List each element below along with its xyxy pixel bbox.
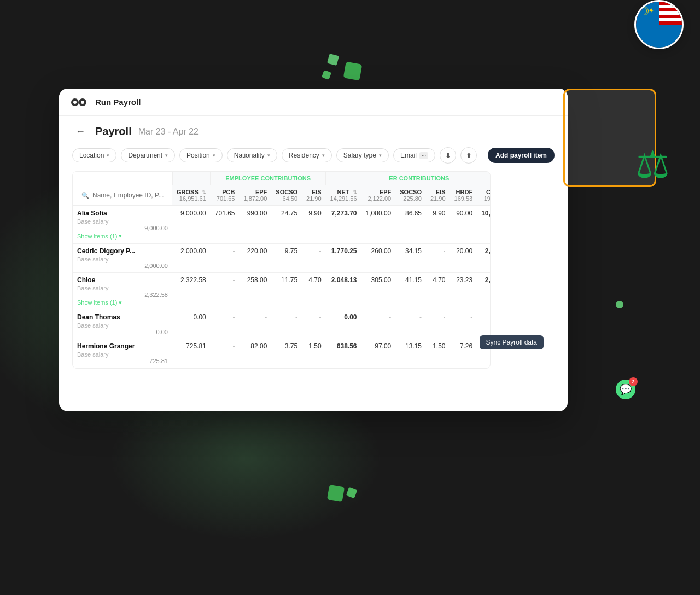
show-items-link[interactable]: Show items (1) ▾: [77, 232, 122, 240]
socso-cell: -: [271, 310, 302, 339]
chevron-down-icon: ▾: [119, 232, 122, 240]
eis-cell: 4.70: [302, 272, 326, 310]
decorative-dot-right: [616, 301, 623, 308]
base-salary-label: Base salary: [77, 285, 168, 291]
gross-total: 16,951.61: [177, 195, 206, 202]
net-cell: 1,770.25: [326, 243, 361, 272]
location-filter[interactable]: Location ▾: [72, 148, 116, 162]
pcb-cell: -: [211, 243, 240, 272]
page-title: Payroll: [95, 125, 132, 138]
table-row: Chloe Base salary 2,322.58 Show items (1…: [73, 272, 491, 310]
salary-type-filter-label: Salary type: [343, 151, 376, 159]
employee-name: Chloe: [77, 276, 168, 284]
epf-er-cell: 305.00: [361, 272, 396, 310]
gross-col-header: [172, 172, 211, 185]
employee-cell: Alia Sofia Base salary 9,000.00 Show ite…: [73, 206, 172, 243]
employee-col-header: [73, 172, 172, 185]
chevron-down-icon: ▾: [107, 153, 109, 158]
base-salary-label: Base salary: [77, 256, 168, 262]
eis-er-cell: -: [426, 310, 450, 339]
gross-cell: 0.00: [172, 310, 211, 339]
gross-header: GROSS ⇅ 16,951.61: [172, 185, 211, 206]
chevron-down-icon: ▾: [379, 153, 382, 158]
employee-contributions-header: EMPLOYEE CONTRIBUTIONS: [211, 172, 326, 185]
chevron-down-icon: ▾: [213, 153, 215, 158]
socso-total: 64.50: [276, 195, 298, 202]
justice-scale-icon: ⚖: [635, 142, 670, 187]
gross-cell: 2,000.00: [172, 243, 211, 272]
employee-name: Alia Sofia: [77, 209, 168, 217]
residency-filter[interactable]: Residency ▾: [282, 148, 332, 162]
gross-cell: 9,000.00: [172, 206, 211, 243]
chevron-down-icon: ▾: [165, 153, 168, 158]
socso-cell: 3.75: [271, 339, 302, 368]
net-total: 14,291.56: [330, 195, 357, 202]
cost-cell: 0.00: [477, 310, 490, 339]
search-icon: 🔍: [81, 192, 89, 199]
pcb-total: 701.65: [215, 195, 235, 202]
hrdf-cell: 7.26: [450, 339, 477, 368]
epf-er-cell: 97.00: [361, 339, 396, 368]
cost-cell: 2,314.15: [477, 243, 490, 272]
email-filter-label: Email: [400, 151, 417, 159]
base-salary-value: 0.00: [77, 329, 168, 335]
chevron-down-icon: ▾: [267, 153, 270, 158]
eis-cell: 1.50: [302, 339, 326, 368]
eis-er-cell: 4.70: [426, 272, 450, 310]
eis-total: 21.90: [306, 195, 322, 202]
gross-cell: 2,322.58: [172, 272, 211, 310]
eis-er-cell: 1.50: [426, 339, 450, 368]
base-salary-value: 9,000.00: [77, 225, 168, 231]
location-filter-label: Location: [79, 151, 104, 159]
sync-payroll-tooltip[interactable]: Sync Payroll data: [480, 335, 544, 349]
base-salary-value: 725.81: [77, 358, 168, 364]
employee-name: Dean Thomas: [77, 313, 168, 321]
app-logo: [70, 96, 88, 108]
socso-er-cell: 41.15: [395, 272, 426, 310]
residency-filter-label: Residency: [289, 151, 319, 159]
epf-cell: 82.00: [240, 339, 272, 368]
department-filter[interactable]: Department ▾: [121, 148, 175, 162]
eis-cell: -: [302, 243, 326, 272]
nationality-filter[interactable]: Nationality ▾: [227, 148, 277, 162]
search-cell[interactable]: 🔍: [73, 185, 172, 206]
back-button[interactable]: ←: [72, 125, 89, 138]
position-filter[interactable]: Position ▾: [179, 148, 223, 162]
employee-search-input[interactable]: [92, 191, 164, 199]
chat-button[interactable]: 💬 2: [616, 380, 635, 399]
filter-bar: Location ▾ Department ▾ Position ▾ Natio…: [72, 147, 555, 164]
table-row: Dean Thomas Base salary 0.00 0.00 - - - …: [73, 310, 491, 339]
hrdf-total: 169.53: [454, 195, 473, 202]
eis-er-header: EIS 21.90: [426, 185, 450, 206]
top-bar-title: Run Payroll: [95, 97, 141, 107]
pcb-cell: 701.65: [211, 206, 240, 243]
base-salary-value: 2,000.00: [77, 262, 168, 269]
employee-cell: Chloe Base salary 2,322.58 Show items (1…: [73, 272, 172, 310]
table-row: Cedric Diggory P... Base salary 2,000.00…: [73, 243, 491, 272]
epf-cell: 220.00: [240, 243, 272, 272]
socso-er-cell: -: [395, 310, 426, 339]
download-button[interactable]: ⬇: [440, 147, 456, 164]
salary-type-filter[interactable]: Salary type ▾: [336, 148, 389, 162]
employee-name: Hermione Granger: [77, 342, 168, 350]
department-filter-label: Department: [128, 151, 162, 159]
cost-header: COST ⇅ 19,490.84: [477, 185, 490, 206]
add-payroll-button[interactable]: Add payroll item: [488, 148, 555, 163]
show-items-link[interactable]: Show items (1) ▾: [77, 299, 122, 306]
email-filter[interactable]: Email ···: [393, 148, 435, 162]
chevron-down-icon: ▾: [119, 299, 122, 306]
er-contributions-header: ER CONTRIBUTIONS: [361, 172, 477, 185]
epf-cell: 990.00: [240, 206, 272, 243]
eis-er-cell: 9.90: [426, 206, 450, 243]
eis-cell: 9.90: [302, 206, 326, 243]
hrdf-cell: 20.00: [450, 243, 477, 272]
base-salary-label: Base salary: [77, 218, 168, 225]
net-header: NET ⇅ 14,291.56: [326, 185, 361, 206]
hrdf-cell: 90.00: [450, 206, 477, 243]
epf-er-cell: -: [361, 310, 396, 339]
share-button[interactable]: ⬆: [460, 147, 477, 164]
cost-col-header-group: [477, 172, 490, 185]
star-icon: ✦: [648, 6, 655, 15]
payroll-table: EMPLOYEE CONTRIBUTIONS ER CONTRIBUTIONS …: [72, 171, 491, 369]
epf-er-total: 2,122.00: [366, 195, 392, 202]
